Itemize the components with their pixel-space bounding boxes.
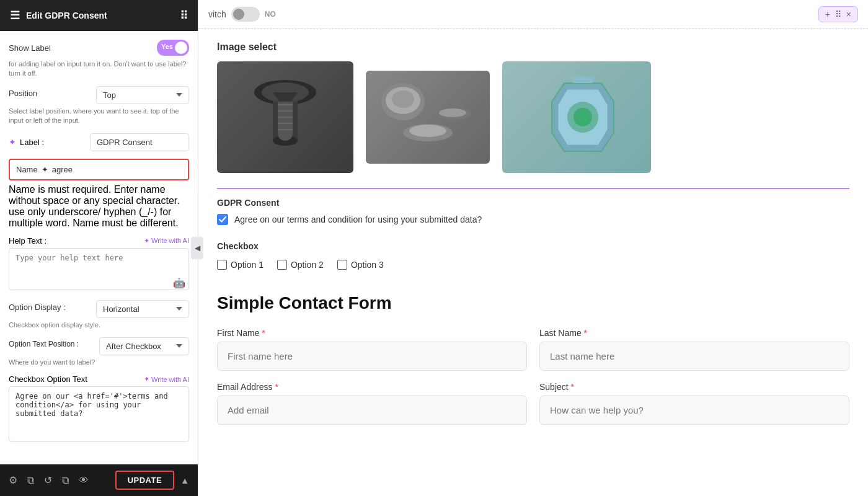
top-actions: + ⠿ × — [818, 6, 858, 22]
option-text-position-select[interactable]: After Checkbox Before Checkbox — [99, 337, 189, 355]
hamburger-icon[interactable]: ☰ — [10, 9, 20, 22]
show-label-toggle[interactable]: Yes — [157, 40, 189, 56]
option-text-position-field: Option Text Position : After Checkbox Be… — [9, 337, 189, 367]
left-panel: ☰ Edit GDPR Consent ⠿ Show Label Yes for… — [0, 0, 198, 496]
gdpr-section: GDPR Consent Agree on our terms and cond… — [217, 188, 849, 231]
bolt-svg-2 — [372, 77, 484, 157]
footer-icons: ⚙ ⧉ ↺ ⧉ 👁 — [9, 474, 89, 486]
option-display-select[interactable]: Horizontal Vertical — [96, 300, 189, 318]
name-input[interactable] — [52, 165, 182, 174]
email-input[interactable] — [217, 396, 527, 425]
checkbox-opt-3: Option 3 — [337, 260, 384, 270]
image-thumb-3[interactable] — [502, 61, 651, 173]
gdpr-section-label: GDPR Consent — [217, 198, 849, 208]
position-select[interactable]: Top Left — [96, 86, 189, 104]
checkbox-label-1: Option 1 — [231, 260, 264, 270]
no-label: NO — [265, 10, 276, 19]
image-thumb-2[interactable] — [366, 71, 490, 164]
eye-icon[interactable]: 👁 — [79, 475, 89, 486]
option-display-hint: Checkbox option display style. — [9, 321, 189, 330]
checkbox-label-3: Option 3 — [351, 260, 384, 270]
image-select-row — [217, 61, 849, 173]
first-name-field: First Name * — [217, 328, 527, 371]
checkbox-2[interactable] — [277, 260, 287, 270]
svg-point-17 — [409, 125, 446, 137]
name-label: Name — [16, 165, 38, 174]
email-label: Email Address * — [217, 382, 527, 392]
ai-corner-icon[interactable]: 🤖 — [173, 277, 185, 289]
subject-required: * — [571, 382, 574, 392]
grid-icon[interactable]: ⠿ — [180, 9, 188, 22]
label-field-label: Label : — [20, 138, 44, 147]
switch-label: vitch — [208, 9, 226, 19]
checkbox-section-label: Checkbox — [217, 241, 849, 251]
position-field: Position Top Left Select label position.… — [9, 86, 189, 126]
option-text-position-hint: Where do you want to label? — [9, 358, 189, 367]
image-thumb-1[interactable] — [217, 61, 353, 173]
first-name-required: * — [262, 328, 265, 338]
add-icon[interactable]: + — [825, 9, 830, 19]
checkbox-options: Option 1 Option 2 Option 3 — [217, 260, 849, 270]
help-text-input[interactable] — [9, 248, 189, 290]
checkbox-write-ai[interactable]: ✦ Write with AI — [144, 375, 189, 383]
subject-input[interactable] — [539, 396, 849, 425]
email-required: * — [275, 382, 278, 392]
checkbox-3[interactable] — [337, 260, 347, 270]
drag-icon[interactable]: ⠿ — [835, 9, 841, 19]
bolt-svg-3 — [515, 71, 639, 164]
ai-icon2: ✦ — [144, 375, 149, 383]
label-input[interactable] — [90, 133, 189, 151]
help-text-label: Help Text : — [9, 236, 46, 246]
history-icon[interactable]: ↺ — [44, 474, 52, 486]
checkbox-1[interactable] — [217, 260, 227, 270]
image-select-section: Image select — [217, 42, 849, 173]
contact-form-title: Simple Contact Form — [217, 293, 849, 313]
svg-marker-22 — [570, 77, 595, 83]
position-hint: Select label position. where you want to… — [9, 107, 189, 126]
panel-header: ☰ Edit GDPR Consent ⠿ — [0, 0, 198, 31]
switch-knob — [233, 9, 244, 20]
top-bar: vitch NO + ⠿ × — [198, 0, 868, 29]
svg-point-21 — [574, 108, 592, 126]
name-hint: Name is must required. Enter name withou… — [9, 184, 189, 229]
label-field: ✦ Label : — [9, 133, 189, 151]
first-name-input[interactable] — [217, 342, 527, 371]
checkbox-option-text-input[interactable]: Agree on our <a href='#'>terms and condi… — [9, 386, 189, 442]
chevron-up-icon[interactable]: ▲ — [180, 476, 189, 485]
show-label-field: Show Label Yes for adding label on input… — [9, 40, 189, 79]
settings-icon[interactable]: ⚙ — [9, 474, 17, 486]
layers-icon[interactable]: ⧉ — [27, 475, 34, 486]
content-area: Image select — [198, 29, 868, 448]
position-label: Position — [9, 89, 37, 98]
name-field-box: Name ✦ — [9, 159, 189, 180]
gdpr-checkbox[interactable] — [217, 214, 228, 225]
email-field: Email Address * — [217, 382, 527, 425]
subject-field: Subject * — [539, 382, 849, 425]
option-display-label: Option Display : — [9, 303, 66, 312]
update-button[interactable]: UPDATE — [115, 471, 174, 490]
last-name-field: Last Name * — [539, 328, 849, 371]
checkbox-section: Checkbox Option 1 Option 2 Option 3 — [217, 241, 849, 270]
image-select-title: Image select — [217, 42, 849, 53]
gdpr-checkbox-row: Agree on our terms and condition for usi… — [217, 214, 849, 225]
switch-area: vitch NO — [208, 7, 276, 22]
bolt-svg-1 — [242, 74, 329, 161]
close-icon[interactable]: × — [846, 9, 851, 19]
checkbox-opt-2: Option 2 — [277, 260, 324, 270]
help-text-write-ai[interactable]: ✦ Write with AI — [144, 237, 189, 245]
email-subject-row: Email Address * Subject * — [217, 382, 849, 425]
ai-icon: ✦ — [144, 237, 149, 245]
right-panel: vitch NO + ⠿ × Image select — [198, 0, 868, 496]
show-label-hint: for adding label on input turn it on. Do… — [9, 60, 189, 79]
last-name-input[interactable] — [539, 342, 849, 371]
checkbox-option-text-field: Checkbox Option Text ✦ Write with AI Agr… — [9, 374, 189, 445]
name-row: First Name * Last Name * — [217, 328, 849, 371]
panel-footer: ⚙ ⧉ ↺ ⧉ 👁 UPDATE ▲ — [0, 464, 198, 496]
checkbox-option-text-label: Checkbox Option Text — [9, 374, 87, 384]
copy-icon[interactable]: ⧉ — [62, 475, 69, 486]
panel-scroll: Show Label Yes for adding label on input… — [0, 31, 198, 464]
name-spark-icon: ✦ — [42, 165, 48, 174]
collapse-button[interactable]: ◀ — [198, 237, 203, 259]
switch-toggle[interactable] — [231, 7, 260, 22]
checkbox-label-2: Option 2 — [291, 260, 324, 270]
